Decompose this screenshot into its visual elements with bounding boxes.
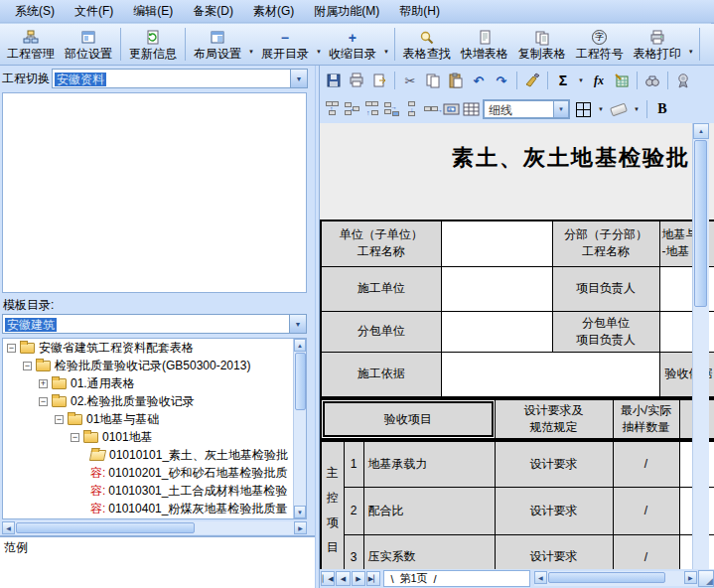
menu-help[interactable]: 帮助(H)	[390, 0, 449, 23]
tree-leaf-template[interactable]: 容: 01010201_砂和砂石地基检验批质	[3, 464, 306, 482]
cell-item-requirement[interactable]: 设计要求	[495, 441, 613, 487]
collapse-catalog-button[interactable]: + 收缩目录	[324, 28, 381, 62]
scroll-left-icon[interactable]: ◀	[2, 521, 15, 534]
table-print-dropdown-icon[interactable]: ▼	[686, 49, 696, 55]
paste-icon[interactable]	[446, 71, 466, 90]
line-style-dropdown-icon[interactable]: ▼	[553, 101, 568, 117]
scrollbar-thumb[interactable]	[694, 140, 707, 307]
export-page-icon[interactable]	[369, 71, 389, 90]
tree-node[interactable]: − 检验批质量验收记录(GB50300-2013)	[3, 357, 306, 374]
formula-grid-icon[interactable]	[612, 71, 632, 90]
scrollbar-thumb[interactable]	[548, 572, 665, 583]
project-symbol-button[interactable]: 字 工程符号	[571, 26, 629, 63]
cell-item-no[interactable]: 3	[344, 534, 363, 569]
merge-right-icon[interactable]: →	[423, 101, 440, 117]
tree-node[interactable]: − 01地基与基础	[3, 410, 306, 428]
border-dropdown-icon[interactable]: ▼	[596, 106, 606, 112]
cell-constructor-label[interactable]: 施工单位	[321, 266, 441, 311]
template-dir-dropdown-icon[interactable]: ▼	[289, 315, 306, 333]
tree-node[interactable]: − 02.检验批质量验收记录	[3, 392, 306, 410]
col-append-icon[interactable]: →	[383, 101, 400, 117]
tree-node[interactable]: + 01.通用表格	[3, 374, 306, 392]
menu-file[interactable]: 文件(F)	[66, 0, 122, 23]
cell-item-requirement[interactable]: 设计要求	[495, 487, 613, 534]
row-insert-above-icon[interactable]: ↑	[324, 101, 341, 117]
template-dir-combobox[interactable]: 安徽建筑 ▼	[2, 314, 307, 334]
menu-material[interactable]: 素材(G)	[244, 0, 303, 23]
expand-catalog-dropdown-icon[interactable]: ▼	[314, 49, 324, 55]
cell-item-name[interactable]: 地基承载力	[363, 441, 495, 487]
menu-record[interactable]: 备案(D)	[184, 0, 242, 23]
cell-item-no[interactable]: 2	[344, 487, 363, 534]
tree-leaf-template[interactable]: 容: 01010501_强夯地基检验批质量验	[3, 517, 306, 519]
prev-page-button[interactable]: ◀	[336, 571, 350, 586]
bold-button[interactable]: B	[652, 99, 672, 119]
redo-icon[interactable]: ↷	[492, 71, 511, 90]
menu-edit[interactable]: 编辑(E)	[124, 0, 182, 23]
eraser-icon[interactable]	[609, 99, 629, 119]
line-style-combobox[interactable]: 细线 ▼	[483, 99, 570, 119]
row-insert-left-icon[interactable]: ←	[344, 101, 360, 117]
collapse-toggle-icon[interactable]: −	[7, 344, 16, 353]
cell-item-sample[interactable]: /	[613, 441, 679, 487]
part-settings-button[interactable]: 部位设置	[60, 26, 117, 63]
scrollbar-thumb[interactable]	[295, 353, 306, 410]
table-search-button[interactable]: 表格查找	[398, 26, 456, 63]
cell-item-sample[interactable]: /	[613, 487, 679, 534]
tree-node-root[interactable]: − 安徽省建筑工程资料配套表格	[3, 339, 306, 357]
save-icon[interactable]	[324, 71, 344, 90]
expand-catalog-button[interactable]: − 展开目录	[256, 28, 314, 62]
copy-table-button[interactable]: 复制表格	[513, 26, 571, 63]
tree-leaf-template[interactable]: 容: 01010401_粉煤灰地基检验批质量	[3, 500, 306, 517]
document-horizontal-scrollbar[interactable]: ◀ ▶	[534, 571, 697, 586]
cell-basis-label[interactable]: 施工依据	[321, 352, 441, 397]
format-brush-icon[interactable]	[522, 71, 542, 90]
cell-subdivision-label[interactable]: 分部（子分部） 工程名称	[552, 220, 659, 266]
table-print-button[interactable]: 表格打印	[629, 28, 686, 62]
table-grid-icon[interactable]	[463, 101, 480, 117]
scrollbar-thumb[interactable]	[16, 522, 195, 533]
refresh-info-button[interactable]: 更新信息	[124, 26, 182, 63]
collapse-toggle-icon[interactable]: −	[55, 415, 64, 424]
cell-item-requirement[interactable]: 设计要求	[495, 534, 613, 569]
cell-design-requirement-header[interactable]: 设计要求及 规范规定	[495, 399, 613, 439]
expand-toggle-icon[interactable]: +	[39, 379, 48, 388]
tree-leaf-template[interactable]: 容: 01010301_土工合成材料地基检验	[3, 482, 306, 500]
project-switch-dropdown-icon[interactable]: ▼	[290, 70, 307, 87]
cell-project-leader-label[interactable]: 项目负责人	[552, 266, 659, 311]
document-vertical-scrollbar[interactable]: ▲	[692, 123, 709, 569]
tree-leaf-template[interactable]: 01010101_素土、灰土地基检验批	[3, 446, 306, 464]
tree-node[interactable]: − 0101地基	[3, 428, 306, 446]
print-icon[interactable]	[347, 71, 366, 90]
menu-system[interactable]: 系统(S)	[6, 0, 64, 23]
layout-settings-dropdown-icon[interactable]: ▼	[246, 49, 256, 55]
cell-item-sample[interactable]: /	[613, 534, 679, 569]
project-manage-button[interactable]: 工程管理	[2, 26, 60, 63]
cell-unit-project-value[interactable]	[441, 220, 552, 266]
cell-item-no[interactable]: 1	[344, 441, 363, 487]
find-binoculars-icon[interactable]	[643, 71, 662, 90]
layout-settings-button[interactable]: 布局设置	[189, 28, 246, 62]
sum-icon[interactable]: Σ	[553, 71, 573, 90]
resize-corner[interactable]: ◢	[698, 570, 714, 587]
function-icon[interactable]: fx	[589, 71, 609, 90]
collapse-catalog-dropdown-icon[interactable]: ▼	[381, 49, 391, 55]
split-down-icon[interactable]: ↓	[403, 101, 420, 117]
cell-subcontractor-value[interactable]	[441, 311, 552, 352]
next-page-button[interactable]: ▶	[352, 571, 365, 586]
last-page-button[interactable]: ▶▏	[366, 571, 380, 586]
first-page-button[interactable]: ▏◀	[321, 571, 335, 586]
cell-constructor-value[interactable]	[441, 266, 552, 311]
sheet-tab-page1[interactable]: 第1页	[399, 571, 427, 586]
cell-unit-project-label[interactable]: 单位（子单位） 工程名称	[321, 220, 441, 266]
collapse-toggle-icon[interactable]: −	[39, 397, 48, 406]
scroll-left-icon[interactable]: ◀	[534, 571, 547, 584]
cell-basis-value[interactable]	[441, 352, 659, 397]
scroll-up-icon[interactable]: ▲	[294, 339, 306, 352]
quick-add-table-button[interactable]: 快增表格	[456, 26, 513, 63]
undo-icon[interactable]: ↶	[469, 71, 489, 90]
copy-icon[interactable]	[423, 71, 443, 90]
cell-sub-leader-label[interactable]: 分包单位 项目负责人	[552, 311, 659, 352]
collapse-toggle-icon[interactable]: −	[23, 362, 32, 370]
cell-item-name[interactable]: 压实系数	[363, 534, 495, 569]
